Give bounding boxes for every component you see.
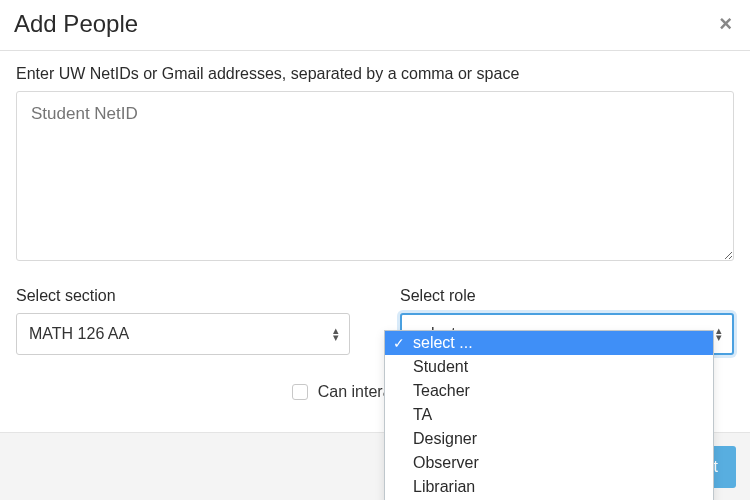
stepper-arrows-icon: ▴▾ — [333, 327, 339, 341]
role-option[interactable]: TA — [385, 403, 713, 427]
role-option[interactable]: select ... — [385, 331, 713, 355]
role-option[interactable]: Student — [385, 355, 713, 379]
section-col: Select section MATH 126 AA ▴▾ — [16, 287, 350, 355]
netid-input[interactable] — [16, 91, 734, 261]
modal-header: Add People × — [0, 0, 750, 51]
netid-label: Enter UW NetIDs or Gmail addresses, sepa… — [16, 65, 734, 83]
add-people-modal: Add People × Enter UW NetIDs or Gmail ad… — [0, 0, 750, 500]
modal-title: Add People — [14, 10, 138, 38]
role-dropdown[interactable]: select ...StudentTeacherTADesignerObserv… — [384, 330, 714, 500]
section-label: Select section — [16, 287, 350, 305]
role-option[interactable]: Observer — [385, 451, 713, 475]
interact-checkbox[interactable] — [292, 384, 308, 400]
section-selected-value: MATH 126 AA — [29, 325, 129, 343]
section-select[interactable]: MATH 126 AA ▴▾ — [16, 313, 350, 355]
role-option[interactable]: Designer — [385, 427, 713, 451]
stepper-arrows-icon: ▴▾ — [716, 327, 722, 341]
role-option[interactable]: Librarian — [385, 475, 713, 499]
role-option[interactable]: Teacher — [385, 379, 713, 403]
close-button[interactable]: × — [715, 13, 736, 35]
role-label: Select role — [400, 287, 734, 305]
